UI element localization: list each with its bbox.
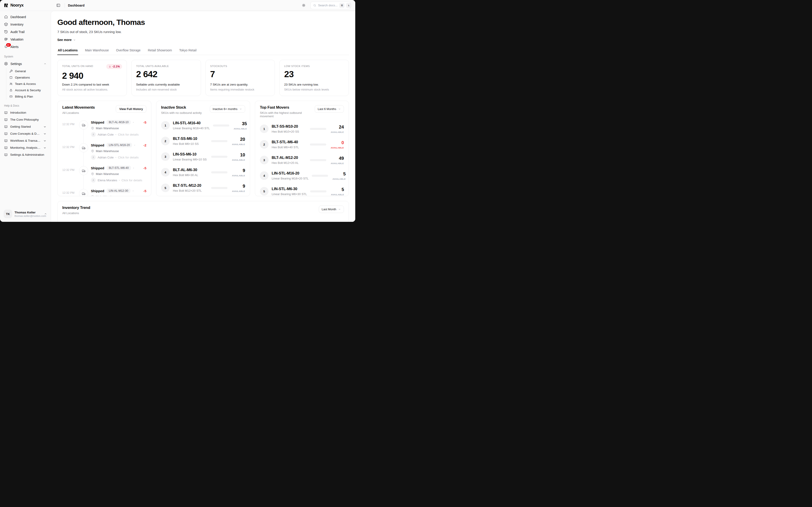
movement-row[interactable]: 12:32 PM Shipped LIN-STL-M16-20 -2 Main … [62, 143, 146, 160]
sku-code: BLT-AL-M12-20 [272, 156, 307, 160]
sidebar-item-inventory[interactable]: Inventory [2, 21, 49, 28]
trend-filter-value: Last Month [322, 208, 336, 211]
stat-label: STOCKOUTS [210, 64, 227, 67]
movement-action: Shipped [91, 189, 104, 193]
trend-filter-dropdown[interactable]: Last Month [319, 206, 344, 213]
sidebar-item-monitoring-analysis[interactable]: Monitoring, Analysis & ... [2, 145, 49, 151]
dot-separator [133, 190, 134, 191]
available-label: AVAILABLE [233, 127, 247, 130]
movement-qty: -2 [143, 143, 146, 147]
sidebar-item-billing-plan[interactable]: Billing & Plan [7, 93, 49, 100]
stat-line1: 23 SKUs are running low. [284, 83, 344, 86]
sidebar-toggle-button[interactable] [55, 2, 61, 8]
sidebar-item-introduction[interactable]: Introduction [2, 109, 49, 116]
panel-title: Latest Movements [62, 105, 95, 110]
stock-row[interactable]: 4 BLT-AL-M6-30Hex Bolt M6×30 AL 9AVAILAB… [161, 168, 245, 177]
sidebar-item-dashboard[interactable]: Dashboard [2, 13, 49, 20]
stock-row[interactable]: 4 LIN-STL-M16-20Linear Bearing M16×20 ST… [260, 171, 344, 180]
movement-hint: Click for details [118, 156, 139, 159]
dot-separator [133, 122, 134, 123]
sku-code: BLT-SS-M10-20 [272, 124, 307, 128]
user-icon [91, 155, 96, 160]
movers-filter-dropdown[interactable]: Last 6 Months [315, 105, 344, 113]
stock-row[interactable]: 1 LIN-STL-M16-40Linear Bearing M16×40 ST… [161, 121, 245, 130]
theme-toggle-button[interactable] [301, 2, 307, 8]
stat-value: 2 642 [136, 69, 196, 79]
movement-sku-chip: LIN-STL-M16-20 [106, 143, 132, 147]
movement-location: Main Warehouse [96, 195, 119, 196]
sidebar-item-label: Valuation [10, 38, 23, 41]
sidebar-item-operations[interactable]: Operations [7, 74, 49, 80]
sidebar-item-core-philosophy[interactable]: The Core Philosophy [2, 116, 49, 123]
stock-row[interactable]: 2 BLT-SS-M6-10Hex Bolt M6×10 SS 20AVAILA… [161, 136, 245, 146]
stock-bar [211, 187, 227, 189]
breadcrumb: Dashboard [68, 4, 85, 7]
rank-badge: 5 [161, 183, 170, 192]
movement-row[interactable]: 12:32 PM Shipped LIN-AL-M12-30 -5 Main W… [62, 188, 146, 196]
stock-row[interactable]: 2 BLT-STL-M6-40Hex Bolt M6×40 STL 0AVAIL… [260, 140, 344, 149]
truck-icon [79, 189, 88, 196]
tab-tokyo-retail[interactable]: Tokyo Retail [179, 46, 197, 55]
movement-row[interactable]: 12:32 PM Shipped BLT-STL-M6-40 -5 Main W… [62, 166, 146, 183]
tab-main-warehouse[interactable]: Main Warehouse [85, 46, 109, 55]
sidebar-item-settings-administration[interactable]: Settings & Administration [2, 152, 49, 158]
sidebar-item-core-concepts-data[interactable]: Core Concepts & Data [2, 130, 49, 137]
sidebar-section-help-docs: Help & Docs [0, 100, 51, 109]
search-input[interactable]: Search docs... ⌘ k [310, 2, 351, 9]
sidebar-item-settings[interactable]: Settings [2, 60, 49, 67]
stock-row[interactable]: 5 BLT-STL-M12-20Hex Bolt M12×20 STL 9AVA… [161, 183, 245, 192]
stock-bar [211, 156, 227, 158]
topbar: Dashboard Search docs... ⌘ k [51, 0, 355, 11]
stock-row[interactable]: 5 LIN-STL-M6-30Linear Bearing M6×30 STL … [260, 187, 344, 196]
inactive-filter-dropdown[interactable]: Inactive 6+ months [210, 105, 245, 113]
rank-badge: 2 [161, 137, 170, 145]
user-menu-button[interactable]: TK Thomas Keller thomas.keller@riveton.c… [0, 207, 51, 220]
movement-action: Shipped [91, 120, 104, 124]
sidebar-item-account-security[interactable]: Account & Security [7, 87, 49, 93]
stock-row[interactable]: 3 LIN-SS-M6-10Linear Bearing M6×10 SS 10… [161, 152, 245, 161]
sidebar-item-alerts[interactable]: 9+ Alerts [2, 43, 49, 50]
sidebar-item-label: Introduction [10, 111, 47, 114]
sidebar-item-getting-started[interactable]: Getting Started [2, 123, 49, 130]
rank-badge: 4 [260, 171, 268, 180]
view-full-history-button[interactable]: View Full History [116, 105, 146, 113]
latest-movements-panel: Latest Movements All Locations View Full… [57, 101, 151, 196]
sidebar-item-workflows-transactions[interactable]: Workflows & Transacti... [2, 137, 49, 144]
panel-title: Inventory Trend [62, 206, 90, 210]
sidebar-item-valuation[interactable]: Valuation [2, 36, 49, 43]
movement-location: Main Warehouse [96, 172, 119, 176]
stat-line2: All stock across all active locations. [62, 88, 122, 92]
tab-overflow-storage[interactable]: Overflow Storage [115, 46, 141, 55]
sidebar-item-general[interactable]: General [7, 68, 49, 74]
sidebar-section-system: System [0, 51, 51, 60]
tab-all-locations[interactable]: All Locations [57, 46, 78, 55]
chevron-down-icon [43, 146, 47, 150]
see-more-button[interactable]: See more [57, 38, 76, 42]
tab-retail-showroom[interactable]: Retail Showroom [147, 46, 172, 55]
chevron-up-icon [44, 212, 47, 216]
movement-time: 12:32 PM [62, 143, 77, 160]
wrench-icon [9, 69, 13, 73]
stock-row[interactable]: 3 BLT-AL-M12-20Hex Bolt M12×20 AL 49AVAI… [260, 156, 344, 165]
stat-label: TOTAL UNITS ON HAND [62, 64, 93, 67]
stock-bar [211, 140, 227, 142]
stock-row[interactable]: 1 BLT-SS-M10-20Hex Bolt M10×20 SS 24AVAI… [260, 124, 344, 133]
movement-qty: -5 [143, 166, 146, 170]
stock-bar [211, 171, 227, 173]
chevron-down-icon [43, 132, 47, 135]
sku-description: Hex Bolt M12×20 AL [272, 161, 307, 165]
bell-icon: 9+ [4, 45, 8, 49]
stat-line2: SKUs below minimum stock levels [284, 88, 344, 92]
sku-code: BLT-AL-M6-30 [173, 168, 208, 172]
book-icon [4, 139, 8, 143]
sidebar-item-audit-trail[interactable]: Audit Trail [2, 28, 49, 35]
movement-row[interactable]: 12:32 PM Shipped BLT-AL-M16-10 -5 Main W… [62, 120, 146, 137]
sidebar-item-label: Workflows & Transacti... [10, 139, 41, 143]
page-title: Good afternoon, Thomas [57, 18, 349, 27]
available-count: 35 [233, 121, 247, 126]
user-name: Thomas Keller [14, 211, 42, 214]
available-label: AVAILABLE [329, 131, 344, 133]
sku-code: LIN-STL-M16-40 [173, 121, 210, 125]
sku-description: Hex Bolt M12×20 STL [173, 189, 208, 192]
sidebar-item-team-access[interactable]: Team & Access [7, 80, 49, 87]
